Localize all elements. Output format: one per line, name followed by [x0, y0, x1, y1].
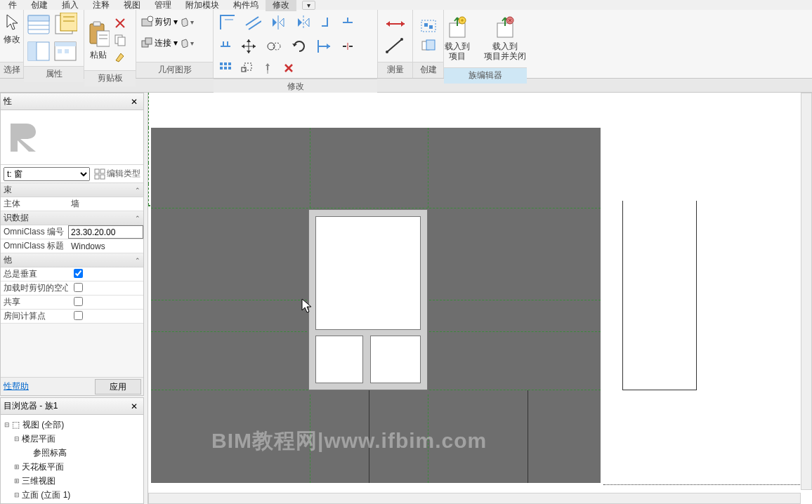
- section-identity[interactable]: 识数据⌃: [1, 211, 143, 225]
- ribbon: 修改 选择 属性 粘贴 剪贴板: [0, 10, 812, 79]
- properties-help-link[interactable]: 性帮助: [1, 380, 95, 392]
- vertical-scrollbar[interactable]: [801, 93, 812, 490]
- copy-icon[interactable]: [114, 34, 126, 46]
- close-icon[interactable]: ✕: [128, 400, 140, 413]
- browser-titlebar[interactable]: 目浏览器 - 族1 ✕: [1, 398, 143, 415]
- ribbon-group-select: 选择: [0, 62, 23, 78]
- horizontal-scrollbar[interactable]: [148, 493, 801, 504]
- svg-rect-16: [93, 22, 100, 26]
- svg-rect-43: [429, 25, 433, 29]
- family-types-icon[interactable]: [53, 13, 77, 37]
- type-selector[interactable]: t: 窗: [4, 167, 90, 181]
- mirror-draw-icon[interactable]: [295, 14, 312, 31]
- align-icon[interactable]: [219, 14, 236, 31]
- scale-icon[interactable]: [240, 62, 253, 74]
- trim-multi-icon[interactable]: [219, 40, 232, 53]
- tree-node-elevation[interactable]: ⊟立面 (立面 1): [4, 488, 143, 502]
- window-pane-bl: [315, 336, 363, 383]
- trim-single-icon[interactable]: [341, 16, 354, 29]
- tree-node-floor[interactable]: ⊟楼层平面: [4, 432, 143, 446]
- svg-rect-9: [28, 42, 37, 60]
- browser-tree: ⊟⬚视图 (全部) ⊟楼层平面 参照标高 ⊞天花板平面 ⊞三维视图 ⊟立面 (立…: [1, 415, 143, 502]
- load-into-project-button[interactable]: 载入到项目: [440, 11, 474, 66]
- move-icon[interactable]: [240, 38, 257, 55]
- tree-node-3d[interactable]: ⊞三维视图: [4, 474, 143, 488]
- svg-rect-29: [224, 62, 227, 65]
- svg-rect-51: [100, 169, 105, 173]
- cube-icon[interactable]: [179, 17, 189, 27]
- properties-titlebar[interactable]: 性 ✕: [1, 93, 143, 110]
- svg-rect-31: [220, 67, 223, 69]
- svg-rect-50: [95, 169, 99, 173]
- create-similar-icon[interactable]: [420, 39, 437, 53]
- svg-point-40: [400, 38, 403, 41]
- array-icon[interactable]: [219, 62, 232, 74]
- menu-dropdown-icon[interactable]: ▾: [302, 1, 315, 10]
- edit-type-icon: [94, 168, 105, 180]
- split-icon[interactable]: [341, 40, 354, 53]
- offset-icon[interactable]: [244, 14, 261, 31]
- svg-point-26: [268, 43, 275, 50]
- load-close-button[interactable]: 载入到项目并关闭: [480, 11, 530, 66]
- prop-row-cut-void: 加载时剪切的空心: [1, 281, 143, 296]
- tree-node-views[interactable]: ⊟⬚视图 (全部): [4, 418, 143, 432]
- measure-icon[interactable]: [385, 37, 406, 54]
- apply-button[interactable]: 应用: [95, 379, 141, 394]
- tree-node-ref-level[interactable]: 参照标高: [4, 446, 143, 460]
- close-icon[interactable]: ✕: [128, 95, 140, 108]
- tree-node-ceiling[interactable]: ⊞天花板平面: [4, 460, 143, 474]
- cursor-pointer-icon: [301, 298, 313, 314]
- section-constraints[interactable]: 束⌃: [1, 183, 143, 197]
- ribbon-group-clipboard: 剪贴板: [84, 70, 136, 86]
- copy-icon[interactable]: [266, 38, 282, 55]
- svg-rect-25: [145, 38, 152, 44]
- delete-icon[interactable]: [282, 62, 295, 74]
- omni-number-input[interactable]: [68, 225, 143, 239]
- cut-geom-button[interactable]: 剪切 ▾ ▾: [140, 15, 194, 28]
- section-other[interactable]: 他⌃: [1, 253, 143, 267]
- modify-cursor-button[interactable]: 修改: [4, 13, 20, 46]
- svg-rect-12: [55, 42, 76, 46]
- ribbon-group-create: 创建: [413, 62, 443, 78]
- properties-panel-icon[interactable]: [27, 39, 51, 63]
- prop-row-room-point: 房间计算点: [1, 310, 143, 324]
- paste-button[interactable]: 粘贴: [87, 13, 110, 67]
- svg-rect-14: [65, 49, 69, 53]
- properties-icon[interactable]: [27, 13, 51, 37]
- create-group-icon[interactable]: [420, 19, 437, 33]
- ribbon-group-properties: 属性: [24, 66, 84, 82]
- chevron-icon: ⌃: [135, 215, 140, 222]
- drawing-canvas[interactable]: BIM教程网|www.ifbim.com: [148, 93, 812, 504]
- cut-void-checkbox[interactable]: [74, 283, 83, 292]
- watermark: BIM教程网|www.ifbim.com: [211, 427, 487, 456]
- properties-title-text: 性: [4, 95, 12, 107]
- svg-rect-13: [58, 49, 62, 53]
- always-vertical-checkbox[interactable]: [74, 269, 83, 278]
- window-pane-top: [315, 216, 421, 330]
- ribbon-group-family-editor: 族编辑器: [444, 67, 527, 84]
- project-browser-panel: 目浏览器 - 族1 ✕ ⊟⬚视图 (全部) ⊟楼层平面 参照标高 ⊞天花板平面 …: [0, 397, 144, 504]
- svg-rect-53: [100, 175, 105, 179]
- cut-icon[interactable]: [114, 17, 126, 29]
- prop-row-host: 主体墙: [1, 197, 143, 211]
- cursor-icon: [4, 13, 20, 32]
- ribbon-group-measure: 测量: [378, 62, 412, 78]
- prop-row-omni-number: OmniClass 编号: [1, 225, 143, 239]
- svg-rect-42: [424, 23, 428, 27]
- svg-point-39: [386, 51, 388, 53]
- edit-type-button[interactable]: 编辑类型: [94, 168, 140, 180]
- svg-rect-1: [28, 15, 49, 21]
- svg-point-23: [148, 16, 153, 22]
- join-geom-button[interactable]: 连接 ▾ ▾: [140, 37, 194, 49]
- trim-corner-icon[interactable]: [320, 16, 333, 29]
- trim-extend-icon[interactable]: [316, 38, 333, 55]
- mirror-axis-icon[interactable]: [270, 14, 287, 31]
- rotate-icon[interactable]: [291, 38, 308, 55]
- project-browser-icon[interactable]: [53, 39, 77, 63]
- cube-icon[interactable]: [179, 38, 189, 48]
- match-icon[interactable]: [114, 51, 126, 63]
- aligned-dim-icon[interactable]: [385, 18, 406, 30]
- shared-checkbox[interactable]: [74, 297, 83, 306]
- room-point-checkbox[interactable]: [74, 311, 83, 320]
- pin-icon[interactable]: [261, 62, 274, 74]
